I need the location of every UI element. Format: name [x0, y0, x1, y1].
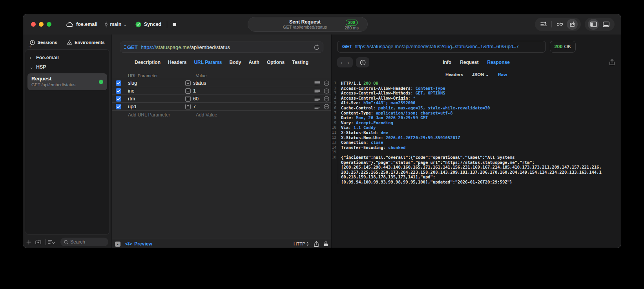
traffic-lights[interactable]	[31, 22, 51, 27]
param-row[interactable]: inc = 1	[112, 87, 331, 95]
response-tab-info[interactable]: Info	[443, 60, 451, 65]
add-value-placeholder[interactable]: Add Value	[196, 112, 217, 118]
param-checkbox[interactable]	[116, 88, 121, 94]
line-number: 8	[332, 115, 338, 120]
multiline-edit-icon[interactable]	[314, 96, 320, 101]
response-subtab-raw[interactable]: Raw	[498, 72, 507, 77]
line-number: 1	[332, 81, 338, 86]
lock-icon[interactable]	[324, 241, 328, 247]
add-param-placeholder[interactable]: Add URL Parameter	[128, 112, 170, 118]
expand-console-button[interactable]: ▲	[115, 242, 120, 247]
response-panel: GET https://statuspage.me/api/embed/stat…	[332, 35, 621, 248]
tree-item-foe-email[interactable]: › Foe.email	[25, 53, 109, 62]
response-body-code[interactable]: 1 HTTP/1.1 200 OK 2 Access-Control-Allow…	[332, 81, 621, 184]
param-row[interactable]: rtm = 60	[112, 95, 331, 103]
resend-request-icon[interactable]	[314, 44, 319, 50]
remove-param-icon[interactable]	[324, 88, 329, 94]
share-response-icon[interactable]	[609, 59, 615, 65]
param-name-input[interactable]: inc	[128, 88, 185, 94]
status-code-badge: 200	[346, 20, 358, 25]
sort-filter-button[interactable]	[48, 240, 55, 244]
request-tab-options[interactable]: Options	[267, 60, 285, 65]
branch-selector[interactable]: main ⌄	[104, 22, 127, 27]
code-text: Access-Control-Allow-Origin: *	[341, 96, 416, 101]
line-number	[332, 160, 338, 165]
line-number: 11	[332, 130, 338, 135]
request-tab-body[interactable]: Body	[230, 60, 241, 65]
method-dropdown[interactable]: GET	[124, 44, 138, 50]
sent-request-pill[interactable]: Sent Request GET /api/embed/status 200 2…	[248, 17, 368, 32]
environments-icon	[67, 40, 72, 45]
export-button[interactable]	[538, 19, 549, 30]
line-number: 13	[332, 140, 338, 145]
close-window-button[interactable]	[31, 22, 36, 27]
code-line: 3 Access-Control-Allow-Methods: GET, OPT…	[332, 91, 621, 96]
request-tab-testing[interactable]: Testing	[292, 60, 308, 65]
multiline-edit-icon[interactable]	[314, 104, 320, 109]
add-param-row[interactable]: Add URL Parameter Add Value	[112, 111, 331, 119]
param-checkbox[interactable]	[116, 104, 121, 109]
import-box-icon	[569, 21, 575, 27]
param-name-input[interactable]: slug	[128, 80, 185, 86]
code-line: 13 Connection: close	[332, 140, 621, 145]
sent-url-box[interactable]: GET https://statuspage.me/api/embed/stat…	[337, 41, 546, 53]
code-line: 203,257,225,165,250,173,204,223,158,208,…	[332, 170, 621, 175]
method-stepper-icon	[124, 45, 126, 49]
tree-item-hsp[interactable]: ⌄ HSP	[25, 62, 109, 72]
title-bar: foe.email main ⌄ Synced Sent Request GET	[23, 14, 621, 35]
add-request-button[interactable]	[26, 240, 31, 245]
line-number: 3	[332, 91, 338, 96]
request-tab-auth[interactable]: Auth	[249, 60, 259, 65]
session-add-remove[interactable]: ＋ －	[27, 42, 47, 50]
remove-param-icon[interactable]	[324, 104, 329, 109]
history-button[interactable]	[356, 57, 369, 67]
request-url-bar[interactable]: GET https://statuspage.me/api/embed/stat…	[120, 42, 323, 53]
param-value-input[interactable]: status	[193, 80, 314, 86]
response-subtab-json[interactable]: JSON ⌄	[472, 72, 489, 77]
param-name-input[interactable]: upd	[128, 104, 185, 109]
code-text: {"incidents":null,"overall":{"code":"ope…	[341, 155, 515, 160]
preview-button[interactable]: </> Preview	[125, 241, 152, 247]
multiline-edit-icon[interactable]	[314, 89, 320, 93]
request-tab-headers[interactable]: Headers	[168, 60, 186, 65]
response-subtab-headers[interactable]: Headers	[445, 72, 463, 77]
history-back-button[interactable]: ‹	[341, 59, 343, 66]
param-value-input[interactable]: 60	[193, 96, 314, 102]
sync-branches-button[interactable]	[554, 19, 565, 30]
request-tab-url-params[interactable]: URL Params	[194, 60, 222, 65]
remove-param-icon[interactable]	[324, 96, 329, 102]
code-line: 7 Content-Type: application/json; charse…	[332, 111, 621, 116]
request-tab-description[interactable]: Description	[135, 60, 161, 65]
import-request-button[interactable]	[567, 19, 578, 30]
response-status-code: 200	[555, 44, 563, 49]
multiline-edit-icon[interactable]	[314, 81, 320, 85]
history-forward-button[interactable]: ›	[347, 59, 349, 66]
response-tab-request[interactable]: Request	[460, 60, 478, 65]
share-request-icon[interactable]	[314, 241, 319, 247]
tab-environments[interactable]: Environments	[67, 40, 105, 45]
param-value-input[interactable]: 7	[193, 104, 314, 109]
project-selector[interactable]: foe.email	[66, 22, 97, 27]
remove-param-icon[interactable]	[324, 80, 329, 86]
minimize-window-button[interactable]	[39, 22, 44, 27]
sidebar-search-input[interactable]: Search	[60, 238, 108, 246]
zoom-window-button[interactable]	[47, 22, 51, 27]
param-row[interactable]: upd = 7	[112, 103, 331, 111]
code-line: [208,205,145,298,443,140,160,165,171,161…	[332, 165, 621, 170]
param-row[interactable]: slug = status	[112, 79, 331, 87]
request-list-item-selected[interactable]: Request GET /api/embed/status	[27, 73, 107, 90]
param-checkbox[interactable]	[116, 96, 121, 102]
param-value-input[interactable]: 1	[193, 88, 314, 94]
toggle-sidebar-button[interactable]	[588, 19, 599, 30]
code-text: 60,218,159,138,178,135,173,141],"upd":	[341, 174, 435, 180]
response-status-text: OK	[564, 44, 571, 49]
param-name-input[interactable]: rtm	[128, 96, 185, 102]
param-checkbox[interactable]	[116, 80, 121, 86]
line-number	[332, 170, 338, 175]
new-folder-icon[interactable]	[35, 240, 41, 245]
sidebar: Sessions Environments ＋ － › Foe.email	[23, 35, 111, 248]
toggle-bottom-panel-button[interactable]	[600, 19, 611, 30]
protocol-selector[interactable]: HTTP	[294, 242, 309, 246]
sync-status[interactable]: Synced	[135, 22, 161, 27]
response-tab-response[interactable]: Response	[487, 60, 509, 65]
